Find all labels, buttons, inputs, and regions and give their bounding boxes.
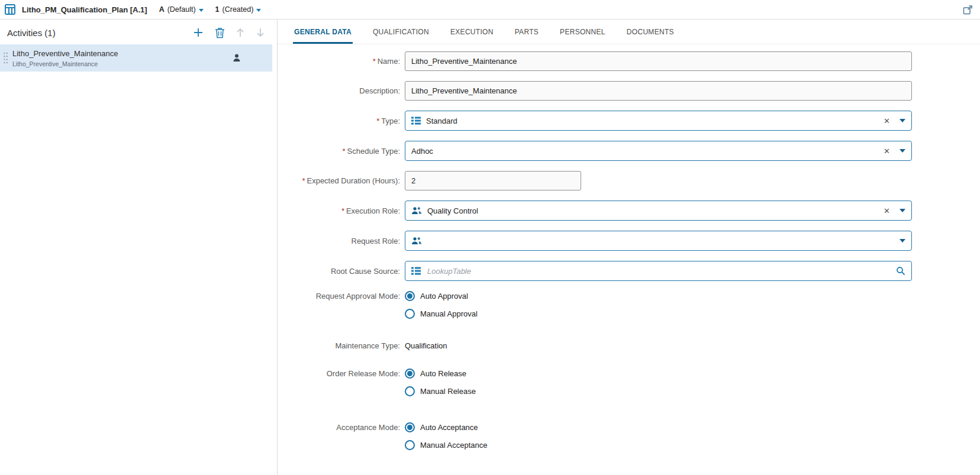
field-row-description: Description: [278,81,980,101]
state-selector[interactable]: 1 (Created) [215,5,262,14]
acceptance-mode-group: Auto Acceptance Manual Acceptance [405,422,912,450]
general-data-form: *Name: Description: *Type: [278,44,980,475]
chevron-down-icon [256,9,261,12]
radio-manual-approval[interactable]: Manual Approval [405,309,912,319]
field-row-type: *Type: Standard ✕ [278,111,980,131]
field-row-root-cause-source: Root Cause Source: [278,261,980,281]
tab-bar: GENERAL DATA QUALIFICATION EXECUTION PAR… [278,20,980,44]
field-row-request-role: Request Role: [278,231,980,251]
chevron-down-icon[interactable] [900,239,905,243]
drag-handle[interactable] [3,51,8,66]
root-cause-source-label: Root Cause Source: [278,267,405,276]
move-down-button[interactable] [256,27,265,38]
activity-list-item[interactable]: Litho_Preventive_Maintenance Litho_Preve… [0,44,272,72]
activities-panel: Activities (1) [0,20,278,475]
title-bar: Litho_PM_Qualification_Plan [A.1] A (Def… [0,0,980,20]
tab-general-data[interactable]: GENERAL DATA [293,28,353,44]
root-cause-source-input[interactable] [426,266,896,276]
add-activity-button[interactable] [192,27,204,38]
schedule-type-value: Adhoc [411,147,884,156]
type-value: Standard [426,117,884,125]
description-input[interactable] [405,81,912,101]
maintenance-type-label: Maintenance Type: [278,341,405,351]
version-selector[interactable]: A (Default) [159,5,204,14]
lookup-table-icon [411,117,421,125]
radio-label: Manual Release [420,387,476,396]
tab-parts[interactable]: PARTS [514,28,540,44]
clear-icon[interactable]: ✕ [884,147,890,155]
activity-subtitle: Litho_Preventive_Maintenance [12,60,118,67]
execution-role-value: Quality Control [427,206,884,215]
chevron-down-icon[interactable] [900,209,905,212]
radio-auto-release[interactable]: Auto Release [405,369,912,379]
radio-label: Auto Acceptance [420,423,478,432]
execution-role-dropdown[interactable]: Quality Control ✕ [405,201,912,221]
activity-text: Litho_Preventive_Maintenance Litho_Preve… [12,49,118,67]
field-row-schedule-type: *Schedule Type: Adhoc ✕ [278,141,980,161]
chevron-down-icon[interactable] [900,149,905,153]
tab-qualification[interactable]: QUALIFICATION [372,28,430,44]
required-marker: * [376,117,379,125]
radio-auto-acceptance[interactable]: Auto Acceptance [405,422,912,432]
type-dropdown[interactable]: Standard ✕ [405,111,912,131]
root-cause-source-lookup[interactable] [405,261,912,281]
type-label: *Type: [278,117,405,125]
activity-title: Litho_Preventive_Maintenance [12,49,118,58]
open-in-panel-icon[interactable] [963,5,973,15]
search-icon[interactable] [896,266,905,276]
field-row-execution-role: *Execution Role: Quality Control [278,201,980,221]
radio-label: Auto Approval [420,292,468,300]
people-icon [411,237,422,245]
tab-personnel[interactable]: PERSONNEL [559,28,607,44]
activities-header: Activities (1) [0,20,277,44]
radio-icon[interactable] [405,386,415,396]
clear-icon[interactable]: ✕ [884,117,890,125]
tab-documents[interactable]: DOCUMENTS [626,28,675,44]
expected-duration-label: *Expected Duration (Hours): [278,176,405,185]
radio-manual-release[interactable]: Manual Release [405,386,912,396]
delete-activity-button[interactable] [215,27,225,38]
people-icon [411,206,422,215]
required-marker: * [302,176,305,185]
radio-icon[interactable] [405,422,415,432]
request-role-dropdown[interactable] [405,231,912,251]
request-approval-mode-group: Auto Approval Manual Approval [405,291,912,319]
acceptance-mode-label: Acceptance Mode: [278,422,405,432]
field-row-acceptance-mode: Acceptance Mode: Auto Acceptance Manual … [278,422,980,450]
version-value: A [159,5,165,14]
radio-icon[interactable] [405,291,415,301]
radio-icon[interactable] [405,309,415,319]
radio-manual-acceptance[interactable]: Manual Acceptance [405,440,912,450]
required-marker: * [343,147,346,156]
detail-panel: GENERAL DATA QUALIFICATION EXECUTION PAR… [278,20,980,475]
clear-icon[interactable]: ✕ [884,207,890,215]
chevron-down-icon[interactable] [900,119,905,122]
radio-auto-approval[interactable]: Auto Approval [405,291,912,301]
activities-title: Activities (1) [7,28,56,38]
request-approval-mode-label: Request Approval Mode: [278,291,405,301]
required-marker: * [373,57,376,66]
page-title: Litho_PM_Qualification_Plan [A.1] [22,5,147,14]
name-input[interactable] [405,51,912,71]
order-release-mode-group: Auto Release Manual Release [405,369,912,396]
schedule-type-dropdown[interactable]: Adhoc ✕ [405,141,912,161]
radio-label: Manual Acceptance [420,441,487,450]
chevron-down-icon [199,9,204,12]
activities-toolbar [192,27,265,38]
version-label: (Default) [167,5,196,14]
state-label: (Created) [223,5,254,14]
order-release-mode-label: Order Release Mode: [278,369,405,379]
field-row-request-approval-mode: Request Approval Mode: Auto Approval Man… [278,291,980,319]
person-icon [232,53,241,63]
field-row-maintenance-type: Maintenance Type: Qualification [278,341,980,351]
radio-label: Manual Approval [420,309,478,318]
move-up-button[interactable] [236,27,245,38]
tab-execution[interactable]: EXECUTION [449,28,495,44]
schedule-type-label: *Schedule Type: [278,147,405,156]
radio-icon[interactable] [405,369,415,379]
entity-table-icon [5,4,15,15]
field-row-name: *Name: [278,51,980,71]
radio-icon[interactable] [405,440,415,450]
expected-duration-input[interactable] [405,171,581,190]
name-label: *Name: [278,57,405,66]
